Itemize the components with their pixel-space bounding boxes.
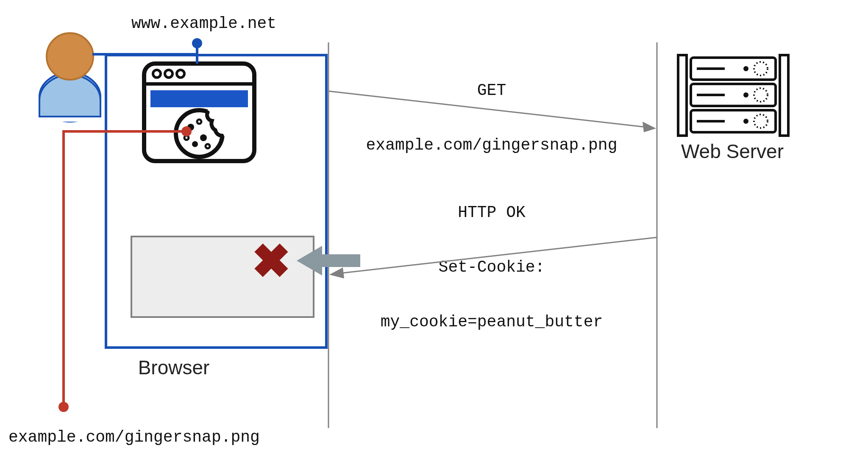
diagram-canvas: www.example.net example.com/gingersnap.p… bbox=[0, 0, 868, 462]
request-arrow bbox=[328, 91, 656, 132]
browser-window-icon bbox=[144, 64, 254, 161]
svg-point-37 bbox=[754, 62, 768, 75]
svg-line-0 bbox=[328, 91, 646, 127]
user-icon bbox=[39, 33, 100, 122]
svg-rect-19 bbox=[131, 237, 314, 317]
svg-marker-1 bbox=[643, 122, 656, 132]
svg-point-45 bbox=[754, 114, 768, 128]
svg-point-15 bbox=[192, 141, 198, 147]
svg-point-36 bbox=[743, 66, 748, 71]
svg-rect-33 bbox=[780, 55, 788, 136]
svg-point-27 bbox=[47, 33, 93, 80]
webserver-icon bbox=[678, 55, 788, 136]
response-arrow bbox=[329, 237, 657, 278]
address-bar bbox=[150, 90, 248, 107]
blocked-resource-box bbox=[131, 237, 314, 317]
diagram-svg bbox=[0, 0, 868, 462]
svg-point-31 bbox=[58, 402, 69, 412]
svg-point-41 bbox=[754, 88, 768, 102]
svg-rect-32 bbox=[678, 55, 687, 136]
svg-point-44 bbox=[743, 119, 748, 124]
svg-point-40 bbox=[743, 92, 748, 97]
blue-connector bbox=[92, 38, 202, 64]
svg-point-14 bbox=[200, 134, 207, 141]
svg-line-2 bbox=[339, 237, 657, 273]
svg-point-28 bbox=[192, 38, 202, 48]
svg-marker-3 bbox=[329, 267, 344, 278]
